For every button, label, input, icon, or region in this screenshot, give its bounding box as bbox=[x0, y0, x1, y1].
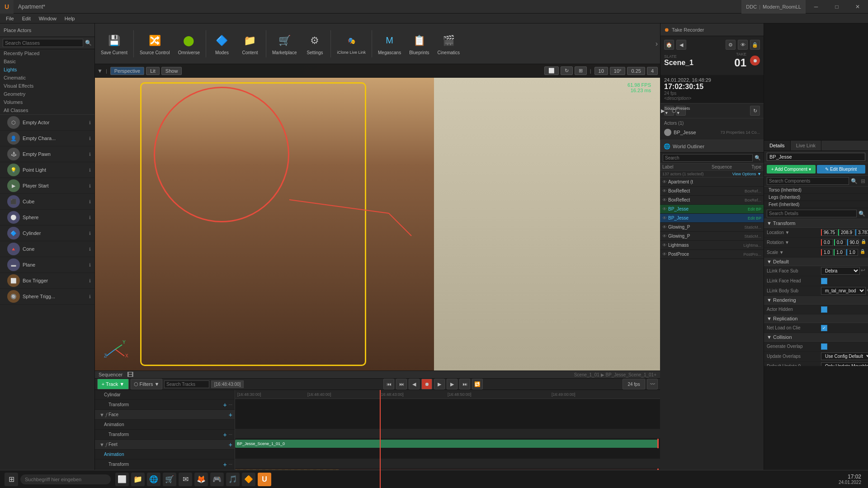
save-current-button[interactable]: 💾 Save Current bbox=[97, 30, 131, 57]
category-visual-effects[interactable]: Visual Effects bbox=[0, 82, 94, 90]
grid-snap-button[interactable]: 10 bbox=[594, 67, 608, 75]
outliner-glowing-1[interactable]: 👁 Glowing_P StaticM... bbox=[660, 223, 764, 232]
outliner-view-options[interactable]: View Options ▼ bbox=[732, 172, 761, 176]
tab-live-link[interactable]: Live Link bbox=[791, 141, 821, 150]
track-animation-2[interactable]: Animation bbox=[95, 450, 235, 460]
taskbar-blender[interactable]: 🔶 bbox=[242, 473, 255, 486]
outliner-boxreflect-2[interactable]: 👁 BoxReflect BoxRef... bbox=[660, 196, 764, 205]
megascans-button[interactable]: M Megascans bbox=[374, 30, 405, 57]
track-add-feet[interactable]: + bbox=[229, 441, 232, 448]
menu-window[interactable]: Window bbox=[35, 15, 60, 22]
actor-empty-actor[interactable]: ⬡ Empty Actor ℹ bbox=[0, 115, 94, 131]
menu-edit[interactable]: Edit bbox=[19, 15, 34, 22]
taskbar-store[interactable]: 🛒 bbox=[163, 473, 176, 486]
outliner-lightmass[interactable]: 👁 Lightmass Lightma... bbox=[660, 241, 764, 250]
taskbar-app2[interactable]: 🎮 bbox=[210, 473, 224, 486]
seq-play-start[interactable]: ⏮ bbox=[383, 379, 394, 389]
track-cylindar[interactable]: Cylindar bbox=[95, 390, 235, 400]
taskbar-explorer[interactable]: 📁 bbox=[131, 473, 145, 486]
seq-play-loop[interactable]: 🔁 bbox=[472, 379, 483, 389]
taskbar-ue[interactable]: U bbox=[258, 473, 271, 486]
track-collapse-feet[interactable]: ▼ bbox=[99, 442, 104, 447]
category-lights[interactable]: Lights bbox=[0, 66, 94, 74]
actor-cube[interactable]: ⬛ Cube ℹ bbox=[0, 194, 94, 210]
omniverse-button[interactable]: ⬤ Omniverse bbox=[175, 30, 203, 57]
actor-info-empty-actor[interactable]: ℹ bbox=[89, 120, 91, 125]
body-sub-dropdown[interactable]: m_tal_nrw_bod bbox=[821, 287, 866, 295]
scale-x[interactable]: 1.0 bbox=[821, 249, 833, 256]
category-recently-placed[interactable]: Recently Placed bbox=[0, 49, 94, 57]
translate-button[interactable]: ⬜ bbox=[544, 66, 559, 75]
comp-view-icon[interactable]: ⊞ bbox=[861, 178, 865, 184]
actor-empty-pawn[interactable]: 🕹 Empty Pawn ℹ bbox=[0, 146, 94, 162]
actor-player-start[interactable]: ▶ Player Start ℹ bbox=[0, 178, 94, 194]
actor-info-plane[interactable]: ℹ bbox=[89, 263, 91, 267]
rotation-y[interactable]: 0.0 bbox=[834, 239, 846, 246]
track-dots-transform-2[interactable]: ··· bbox=[229, 432, 232, 437]
actor-info-cone[interactable]: ℹ bbox=[89, 247, 91, 252]
edit-blueprint-button[interactable]: ✎ Edit Blueprint bbox=[817, 165, 866, 174]
track-dots-transform-1[interactable]: ··· bbox=[229, 402, 232, 407]
seq-fps[interactable]: 24 fps bbox=[623, 379, 645, 389]
take-settings-icon[interactable]: ⚙ bbox=[726, 40, 736, 50]
location-y[interactable]: 208.9 bbox=[838, 229, 854, 236]
track-transform-3[interactable]: Transform + ··· bbox=[95, 460, 235, 469]
record-button[interactable]: ⏺ bbox=[750, 56, 760, 66]
add-component-button[interactable]: + Add Component ▾ bbox=[767, 165, 816, 174]
track-animation-1[interactable]: Animation bbox=[95, 420, 235, 430]
comp-legs[interactable]: Legs (Inherited) bbox=[764, 194, 868, 201]
scale-button[interactable]: ⊞ bbox=[575, 66, 587, 75]
settings-button[interactable]: ⚙ Settings bbox=[301, 30, 328, 57]
face-sub-reset[interactable]: ↩ bbox=[861, 267, 865, 275]
take-lock-icon[interactable]: 🔒 bbox=[750, 40, 760, 50]
seq-tool-add-track[interactable]: + Track ▼ bbox=[97, 379, 129, 389]
actor-info-point-light[interactable]: ℹ bbox=[89, 168, 91, 173]
default-update-dropdown[interactable]: Only Update Movable bbox=[821, 362, 868, 366]
actor-bp-jesse-row[interactable]: BP_Jesse 73 Properties 14 Co... bbox=[664, 127, 760, 137]
section-default[interactable]: ▼ Default bbox=[764, 258, 868, 266]
refresh-btn[interactable]: ↻ bbox=[750, 106, 760, 116]
track-collapse-face[interactable]: ▼ bbox=[99, 412, 104, 418]
source-control-button[interactable]: 🔀 Source Control bbox=[136, 30, 174, 57]
actor-sphere[interactable]: ⚪ Sphere ℹ bbox=[0, 210, 94, 225]
section-replication[interactable]: ▼ Replication bbox=[764, 314, 868, 323]
details-search-input[interactable] bbox=[767, 210, 857, 217]
taskbar-app3[interactable]: 🎵 bbox=[226, 473, 240, 486]
seq-play-end[interactable]: ⏭ bbox=[459, 379, 470, 389]
comp-feet[interactable]: Feet (Inherited) bbox=[764, 201, 868, 208]
show-button[interactable]: Show bbox=[161, 67, 182, 75]
lit-button[interactable]: Lit bbox=[146, 67, 160, 75]
maximize-button[interactable]: □ bbox=[826, 0, 847, 14]
actor-info-cylinder[interactable]: ℹ bbox=[89, 231, 91, 236]
camera-button[interactable]: 4 bbox=[647, 67, 658, 75]
outliner-glowing-2[interactable]: 👁 Glowing_P StaticM... bbox=[660, 232, 764, 241]
rotation-z[interactable]: 90.0 bbox=[847, 239, 859, 246]
actor-info-cube[interactable]: ℹ bbox=[89, 199, 91, 204]
tab-details[interactable]: Details bbox=[764, 141, 791, 150]
taskbar-start[interactable]: ⊞ bbox=[5, 473, 18, 486]
actor-info-empty-char[interactable]: ℹ bbox=[89, 136, 91, 141]
category-volumes[interactable]: Volumes bbox=[0, 98, 94, 106]
search-input[interactable] bbox=[3, 39, 83, 47]
seq-record-button[interactable]: ⏺ bbox=[421, 379, 432, 389]
track-face[interactable]: ▼ 𝑓 Face + bbox=[95, 410, 235, 420]
scale-z[interactable]: 1.0 bbox=[846, 249, 858, 256]
outliner-bp-jesse-2[interactable]: 👁 BP_Jesse Edit BP bbox=[660, 214, 764, 223]
scale-snap-button[interactable]: 0.25 bbox=[627, 67, 645, 75]
actor-cylinder[interactable]: 🔷 Cylinder ℹ bbox=[0, 225, 94, 241]
close-button[interactable]: ✕ bbox=[847, 0, 868, 14]
track-add-face[interactable]: + bbox=[229, 411, 232, 418]
track-add-transform-1[interactable]: + bbox=[223, 401, 226, 408]
outliner-boxreflect-1[interactable]: 👁 BoxReflect BoxRef... bbox=[660, 187, 764, 196]
seq-play-next-frame[interactable]: ▶ bbox=[447, 379, 458, 389]
actor-box-trigger[interactable]: ⬜ Box Trigger ℹ bbox=[0, 273, 94, 289]
content-button[interactable]: 📁 Content bbox=[236, 30, 264, 57]
take-home-button[interactable]: 🏠 bbox=[664, 40, 674, 50]
track-transform-1[interactable]: Transform + ··· bbox=[95, 400, 235, 410]
angle-snap-button[interactable]: 10° bbox=[610, 67, 626, 75]
blueprints-button[interactable]: 📋 Blueprints bbox=[406, 30, 433, 57]
modes-button[interactable]: 🔷 Modes bbox=[208, 30, 236, 57]
details-name-input[interactable] bbox=[767, 153, 865, 161]
minimize-button[interactable]: ─ bbox=[806, 0, 826, 14]
presets-btn[interactable]: ⬡ Presets ▼ bbox=[676, 106, 686, 116]
